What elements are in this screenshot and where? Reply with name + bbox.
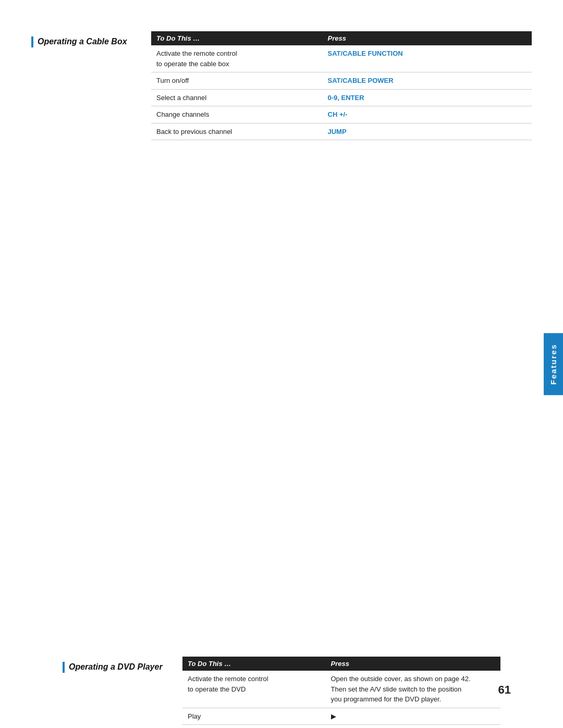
cable-box-col1-header: To Do This … <box>151 31 323 45</box>
table-cell-action: Activate the remote controlto operate th… <box>182 671 326 708</box>
table-cell-action: Stop <box>182 725 326 729</box>
table-cell-press: Open the outside cover, as shown on page… <box>326 671 501 708</box>
page-number-fixed: 61 <box>498 683 511 697</box>
dvd-title: Operating a DVD Player <box>63 662 167 673</box>
dvd-col1-header: To Do This … <box>182 657 326 671</box>
cable-box-col2-header: Press <box>323 31 532 45</box>
table-cell-action: Back to previous channel <box>151 123 323 140</box>
cable-box-table: To Do This … Press Activate the remote c… <box>151 31 532 140</box>
table-cell-action: Change channels <box>151 106 323 124</box>
dvd-col2-header: Press <box>326 657 501 671</box>
table-cell-press: SAT/CABLE FUNCTION <box>323 45 532 72</box>
table-row: Stop ■ <box>182 725 500 729</box>
table-row: Activate the remote controlto operate th… <box>151 45 532 72</box>
table-cell-press: 0-9, ENTER <box>323 89 532 106</box>
cable-box-section: Operating a Cable Box To Do This … Press… <box>31 31 532 140</box>
table-row: Select a channel 0-9, ENTER <box>151 89 532 106</box>
cable-box-title-col: Operating a Cable Box <box>31 31 151 140</box>
features-tab: Features <box>544 333 563 395</box>
table-cell-press: ■ <box>326 725 501 729</box>
table-row: Change channels CH +/- <box>151 106 532 124</box>
cable-box-title: Operating a Cable Box <box>31 36 136 47</box>
table-cell-action: Activate the remote controlto operate th… <box>151 45 323 72</box>
table-cell-action: Play <box>182 708 326 725</box>
press-value: JUMP <box>328 128 347 135</box>
table-cell-press: CH +/- <box>323 106 532 124</box>
table-cell-press: JUMP <box>323 123 532 140</box>
page-layout: Operating a Cable Box To Do This … Press… <box>31 31 532 657</box>
press-value: SAT/CABLE FUNCTION <box>328 50 403 57</box>
press-value: CH +/- <box>328 110 348 118</box>
table-row: Turn on/off SAT/CABLE POWER <box>151 72 532 90</box>
press-value: SAT/CABLE POWER <box>328 77 394 84</box>
table-row: Back to previous channel JUMP <box>151 123 532 140</box>
table-cell-press: ▶ <box>326 708 501 725</box>
table-row: Play ▶ <box>182 708 500 725</box>
table-cell-press: SAT/CABLE POWER <box>323 72 532 90</box>
dvd-section: Operating a DVD Player To Do This … Pres… <box>63 657 500 728</box>
table-cell-action: Select a channel <box>151 89 323 106</box>
table-cell-action: Turn on/off <box>151 72 323 90</box>
dvd-title-col: Operating a DVD Player <box>63 657 182 728</box>
dvd-table-col: To Do This … Press Activate the remote c… <box>182 657 500 728</box>
cable-box-table-col: To Do This … Press Activate the remote c… <box>151 31 532 140</box>
table-row: Activate the remote controlto operate th… <box>182 671 500 708</box>
press-value: 0-9, ENTER <box>328 94 364 102</box>
dvd-table: To Do This … Press Activate the remote c… <box>182 657 500 728</box>
